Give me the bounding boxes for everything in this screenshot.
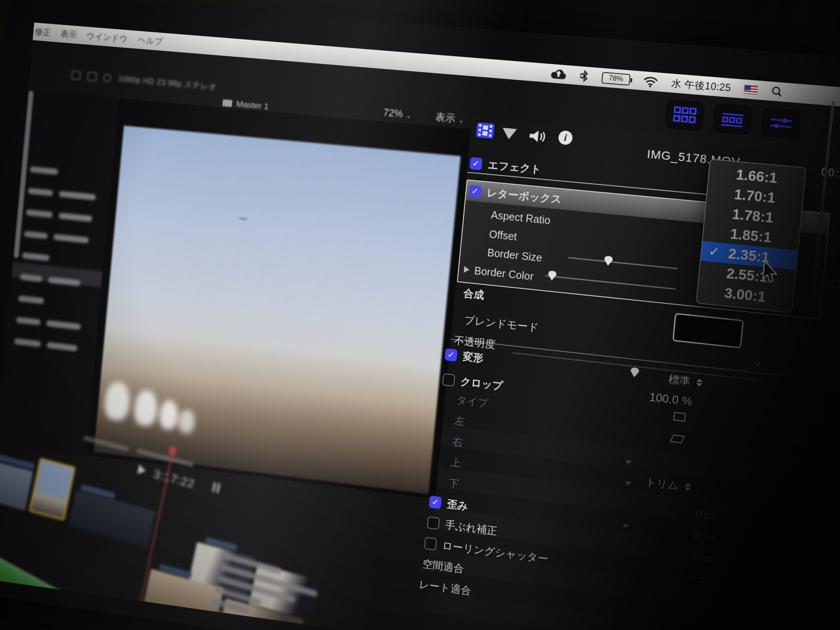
audio-clip-green[interactable] [0,523,95,630]
wifi-icon[interactable] [642,75,659,88]
browser-list-view-button[interactable] [713,104,753,135]
menu-item-help[interactable]: ヘルプ [137,34,163,47]
input-source-flag[interactable] [744,84,759,94]
battery-indicator[interactable]: 78% [601,72,631,86]
inspector-timecode: 00:00:03 [820,165,840,183]
toolbar-view-buttons [665,100,801,139]
disclosure-triangle-icon[interactable] [464,266,470,273]
sliders-icon [769,114,793,133]
menubar-menus: 修正 表示 ウインドウ ヘルプ [34,23,163,51]
menubar-clock[interactable]: 水 午後10:25 [671,76,732,94]
playhead-handle[interactable] [168,446,177,456]
keyword-editor-icon[interactable] [87,71,97,81]
film-icon [476,122,495,139]
pause-bar-icon [212,482,216,492]
mouse-cursor [761,260,782,284]
macbook-display-bezel: 修正 表示 ウインドウ ヘルプ 78% 水 午後10: [0,0,840,630]
keyframe-nav-icon[interactable] [625,460,632,465]
photo-of-macbook-screen: 修正 表示 ウインドウ ヘルプ 78% 水 午後10: [0,0,840,630]
stepper-icon[interactable] [696,378,703,387]
speaker-icon [528,129,547,144]
chevron-down-icon: ⌄ [458,116,465,124]
transform-checkbox[interactable]: ✓ [444,348,457,362]
fcp-screen: 修正 表示 ウインドウ ヘルプ 78% 水 午後10: [0,23,840,630]
menubar-status-area: 78% 水 午後10:25 [549,64,785,102]
chevron-down-icon: ⌄ [406,112,412,119]
viewer-zoom-menu[interactable]: 72%⌄ [383,107,412,121]
list-view-icon [720,110,745,128]
letterbox-label: レターボックス [486,185,562,206]
effects-label: エフェクト [487,158,542,176]
toolbar-search-icon[interactable] [103,74,112,82]
timeline-duration: 3:17:22 [152,467,196,491]
timeline-clip-info-blur [83,436,129,452]
aspect-ratio-dropdown: 1.66:1 1.70:1 1.78:1 1.85:1 2.35:1 2.55:… [696,159,806,313]
trim-conform-icon[interactable] [777,586,789,595]
timeline-clip[interactable] [68,490,155,547]
effects-checkbox[interactable]: ✓ [470,157,483,170]
reset-arrow-icon[interactable]: ↺ [829,275,840,294]
grid-view-icon [673,106,697,124]
menu-item-view[interactable]: 表示 [60,28,77,41]
spotlight-search-icon[interactable] [770,85,784,98]
cloud-upload-icon[interactable] [550,67,568,80]
clip-format-info: 1080p HD 23.98p ステレオ [118,73,218,92]
info-icon: i [558,130,573,145]
bird-in-sky [238,216,248,221]
timeline-clip-info-blur [136,448,194,467]
menu-item-modify[interactable]: 修正 [34,26,51,39]
triangle-icon [501,128,517,140]
bluetooth-icon[interactable] [579,69,590,83]
stepper-icon[interactable] [684,482,691,491]
timeline-clip-selected[interactable] [29,458,76,521]
crop-rect-icon[interactable] [673,412,686,422]
browser-grid-view-button[interactable] [665,100,704,130]
tab-generator-inspector[interactable] [501,128,517,140]
pause-bar-icon [216,483,220,493]
fcp-toolbar-left: 1080p HD 23.98p ステレオ [71,69,218,93]
crop-checkbox[interactable]: ✓ [442,373,455,386]
play-button[interactable] [137,465,147,476]
letterbox-checkbox[interactable]: ✓ [468,184,481,198]
tab-audio-inspector[interactable] [528,129,547,144]
inspector-toggle-button[interactable] [761,108,801,139]
import-media-icon[interactable] [71,70,81,80]
tab-info-inspector[interactable]: i [558,130,573,145]
filmstrip-icon [223,99,233,107]
viewer-view-menu[interactable]: 表示⌄ [435,110,465,126]
menu-item-window[interactable]: ウインドウ [86,30,129,45]
keyframe-nav-icon[interactable] [625,481,632,486]
tab-video-inspector[interactable] [476,122,495,139]
macos-menubar: 修正 表示 ウインドウ ヘルプ 78% 水 午後10: [33,23,840,112]
